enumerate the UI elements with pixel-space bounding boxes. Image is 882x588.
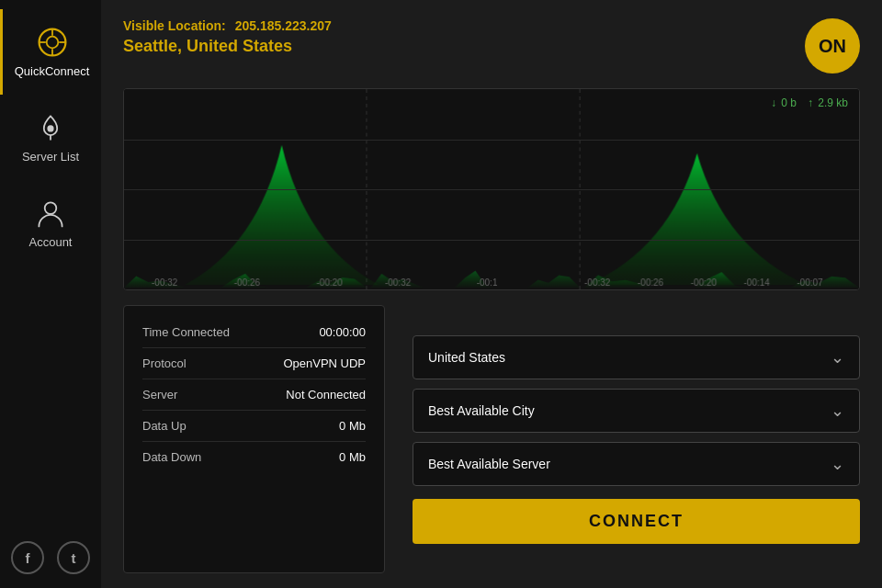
- server-value: Not Connected: [286, 388, 366, 401]
- data-down-label: Data Down: [142, 450, 201, 464]
- ip-address: 205.185.223.207: [235, 18, 332, 33]
- quickconnect-icon: [36, 26, 69, 59]
- svg-point-1: [46, 37, 58, 49]
- sidebar-social: f t: [11, 541, 90, 574]
- protocol-value: OpenVPN UDP: [283, 356, 366, 370]
- sidebar-item-quickconnect[interactable]: QuickConnect: [0, 9, 101, 95]
- city-label: Best Available City: [428, 403, 535, 418]
- country-dropdown[interactable]: United States ⌄: [413, 335, 860, 379]
- time-connected-value: 00:00:00: [319, 325, 366, 339]
- svg-point-6: [47, 125, 53, 131]
- time-connected-label: Time Connected: [142, 325, 230, 339]
- protocol-row: Protocol OpenVPN UDP: [142, 348, 366, 379]
- facebook-button[interactable]: f: [11, 541, 44, 574]
- location-info: Visible Location: 205.185.223.207 Seattl…: [123, 18, 332, 56]
- bottom-section: Time Connected 00:00:00 Protocol OpenVPN…: [123, 305, 860, 573]
- connect-button[interactable]: CONNECT: [413, 499, 860, 544]
- traffic-chart: ↓ 0 b ↑ 2.9 kb: [123, 88, 860, 290]
- sidebar-label-quickconnect: QuickConnect: [15, 64, 90, 78]
- city-chevron-icon: ⌄: [831, 401, 844, 421]
- country-label: United States: [428, 350, 505, 365]
- data-down-value: 0 Mb: [339, 450, 366, 464]
- connection-controls: United States ⌄ Best Available City ⌄ Be…: [413, 305, 860, 573]
- topbar: Visible Location: 205.185.223.207 Seattl…: [123, 18, 860, 74]
- server-label: Best Available Server: [428, 457, 550, 471]
- sidebar: QuickConnect Server List Account f t: [0, 0, 101, 588]
- server-chevron-icon: ⌄: [831, 454, 844, 474]
- protocol-label: Protocol: [142, 356, 187, 370]
- time-connected-row: Time Connected 00:00:00: [142, 317, 366, 348]
- serverlist-icon: [34, 111, 67, 144]
- server-dropdown[interactable]: Best Available Server ⌄: [413, 442, 860, 486]
- twitter-button[interactable]: t: [57, 541, 90, 574]
- city-dropdown[interactable]: Best Available City ⌄: [413, 389, 860, 433]
- city-label: Seattle, United States: [123, 37, 332, 56]
- country-chevron-icon: ⌄: [831, 347, 844, 368]
- data-up-value: 0 Mb: [339, 419, 366, 433]
- connection-info-panel: Time Connected 00:00:00 Protocol OpenVPN…: [123, 305, 385, 573]
- sidebar-item-serverlist[interactable]: Server List: [0, 95, 101, 180]
- account-icon: [34, 197, 67, 230]
- sidebar-label-account: Account: [29, 235, 73, 249]
- server-label: Server: [142, 388, 177, 401]
- data-up-row: Data Up 0 Mb: [142, 411, 366, 442]
- server-row: Server Not Connected: [142, 379, 366, 411]
- sidebar-label-serverlist: Server List: [22, 150, 79, 164]
- svg-point-8: [45, 202, 57, 214]
- main-content: Visible Location: 205.185.223.207 Seattl…: [101, 0, 882, 588]
- chart-stats: ↓ 0 b ↑ 2.9 kb: [771, 96, 848, 109]
- upload-stat: ↑ 2.9 kb: [808, 96, 848, 109]
- download-stat: ↓ 0 b: [771, 96, 797, 109]
- visible-location-label: Visible Location:: [123, 18, 226, 33]
- visible-location-line: Visible Location: 205.185.223.207: [123, 18, 332, 33]
- data-down-row: Data Down 0 Mb: [142, 442, 366, 472]
- sidebar-item-account[interactable]: Account: [0, 180, 101, 266]
- on-off-button[interactable]: ON: [805, 18, 860, 74]
- data-up-label: Data Up: [142, 419, 187, 433]
